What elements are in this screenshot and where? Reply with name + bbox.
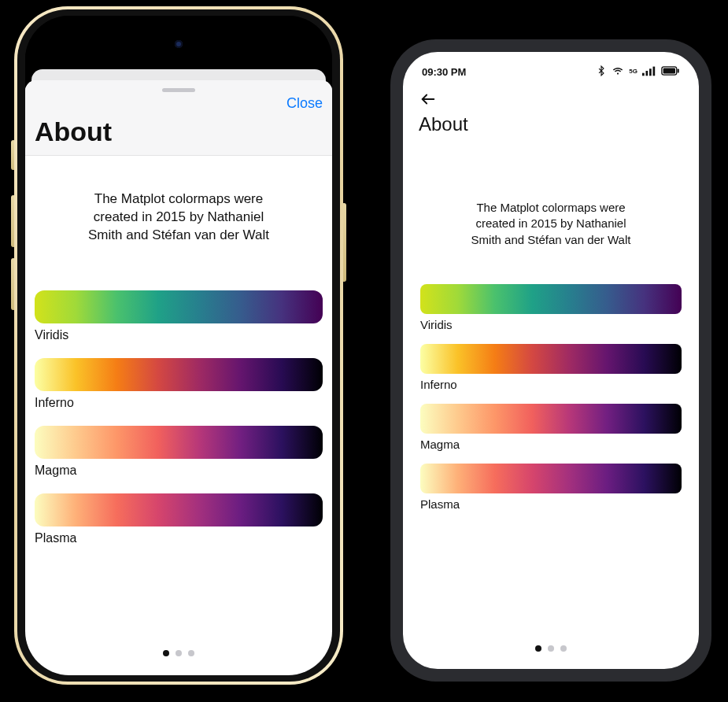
ios-content: The Matplot colormaps were created in 20… [25, 156, 332, 545]
android-frame: 09:30 PM 5G [390, 39, 711, 682]
colormap-swatch-magma [35, 426, 323, 459]
colormap-swatch-viridis [35, 290, 323, 323]
colormap-swatch-plasma [35, 493, 323, 526]
colormap-label: Plasma [35, 531, 323, 545]
colormap-row: Inferno [420, 344, 682, 391]
page-dot[interactable] [188, 650, 194, 656]
page-dot[interactable] [548, 645, 554, 652]
page-title: About [417, 110, 685, 142]
colormap-swatch-inferno [420, 344, 682, 374]
colormap-row: Magma [420, 404, 682, 451]
page-title: About [35, 116, 323, 147]
colormap-row: Viridis [35, 290, 323, 342]
colormap-swatch-viridis [420, 284, 682, 314]
wifi-icon [612, 65, 624, 79]
page-dot[interactable] [176, 650, 182, 656]
colormap-row: Viridis [420, 284, 682, 331]
colormap-label: Inferno [420, 378, 682, 391]
page-dot[interactable] [535, 645, 541, 652]
svg-rect-3 [653, 66, 656, 76]
android-screen: 09:30 PM 5G [403, 52, 699, 669]
page-indicator[interactable] [163, 650, 194, 656]
page-dot[interactable] [560, 645, 567, 652]
colormap-row: Plasma [420, 464, 682, 511]
battery-icon [661, 65, 680, 79]
colormap-label: Magma [420, 438, 682, 451]
arrow-left-icon [419, 91, 437, 108]
svg-rect-2 [649, 68, 652, 76]
cellular-signal-icon [642, 65, 656, 79]
about-description: The Matplot colormaps were created in 20… [88, 190, 269, 245]
colormap-swatch-plasma [420, 464, 682, 493]
colormap-label: Plasma [420, 497, 682, 511]
colormap-label: Inferno [35, 396, 323, 410]
iphone-frame: Close About The Matplot colormaps were c… [14, 6, 343, 685]
android-content: The Matplot colormaps were created in 20… [403, 143, 699, 511]
colormap-swatch-inferno [35, 358, 323, 391]
about-description: The Matplot colormaps were created in 20… [464, 200, 637, 248]
iphone-screen: Close About The Matplot colormaps were c… [25, 16, 332, 675]
ios-sheet-header: Close About [25, 80, 332, 156]
page-dot[interactable] [163, 650, 169, 656]
svg-rect-5 [663, 68, 675, 73]
back-button[interactable] [417, 88, 439, 110]
android-device: 09:30 PM 5G [390, 39, 711, 682]
svg-rect-0 [642, 72, 645, 76]
status-time: 09:30 PM [422, 66, 466, 78]
android-app-bar: About [403, 85, 699, 143]
iphone-device: Close About The Matplot colormaps were c… [14, 6, 343, 685]
colormap-label: Viridis [420, 318, 682, 331]
ios-modal-sheet: Close About The Matplot colormaps were c… [25, 80, 332, 675]
dynamic-island [127, 30, 230, 58]
colormap-row: Magma [35, 426, 323, 478]
android-status-bar: 09:30 PM 5G [403, 58, 699, 85]
colormap-label: Viridis [35, 328, 323, 342]
close-button[interactable]: Close [286, 95, 323, 112]
sheet-grabber-handle[interactable] [162, 88, 195, 92]
page-indicator[interactable] [535, 645, 567, 652]
svg-rect-1 [646, 71, 649, 76]
colormap-label: Magma [35, 464, 323, 478]
colormap-row: Inferno [35, 358, 323, 410]
bluetooth-icon [596, 65, 607, 79]
cellular-5g-icon: 5G [629, 68, 637, 75]
colormap-row: Plasma [35, 493, 323, 545]
colormap-swatch-magma [420, 404, 682, 434]
svg-rect-6 [678, 68, 679, 72]
